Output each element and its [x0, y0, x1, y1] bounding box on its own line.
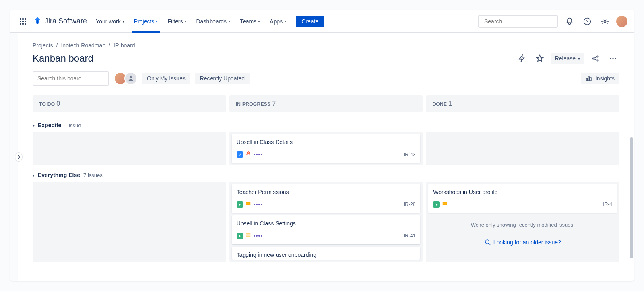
- svg-point-4: [604, 20, 606, 22]
- swimlane-header-everything-else[interactable]: ▾ Everything Else 7 issues: [33, 169, 619, 182]
- swimlane-cell-inprogress[interactable]: Upsell in Class Details IR-43: [229, 132, 423, 165]
- board-search[interactable]: [33, 71, 109, 86]
- settings-icon[interactable]: [599, 15, 611, 28]
- issue-card[interactable]: Workshops in User profile IR-4: [428, 184, 617, 213]
- breadcrumb: Projects / Inotech Roadmap / IR board: [33, 42, 619, 49]
- chevron-down-icon[interactable]: ▾: [33, 123, 35, 128]
- recently-updated-filter[interactable]: Recently Updated: [195, 73, 250, 84]
- notifications-icon[interactable]: [563, 15, 576, 28]
- breadcrumb-projects[interactable]: Projects: [33, 42, 53, 49]
- swimlane-cell-done[interactable]: [426, 132, 619, 165]
- chevron-down-icon: ▾: [122, 19, 124, 23]
- help-icon[interactable]: ?: [581, 15, 594, 28]
- column-header-done: DONE1: [426, 95, 619, 112]
- assignee-filter[interactable]: [114, 72, 137, 85]
- column-header-inprogress: IN PROGRESS7: [229, 95, 423, 112]
- svg-rect-21: [246, 204, 250, 205]
- svg-rect-27: [443, 204, 447, 205]
- swimlane-cell-inprogress[interactable]: Teacher Permissions IR-28 Upsell in Clas…: [229, 182, 423, 262]
- chevron-down-icon[interactable]: ▾: [33, 173, 35, 177]
- svg-rect-23: [246, 235, 250, 235]
- jira-logo[interactable]: Jira Software: [33, 17, 87, 26]
- issue-card[interactable]: Teacher Permissions IR-28: [232, 184, 421, 213]
- unassigned-avatar[interactable]: [124, 72, 137, 85]
- insights-button[interactable]: Insights: [581, 73, 619, 84]
- svg-point-10: [610, 58, 611, 59]
- svg-rect-18: [590, 78, 591, 81]
- svg-point-6: [597, 56, 598, 57]
- svg-rect-25: [443, 202, 447, 203]
- issue-key: IR-4: [603, 202, 612, 207]
- only-my-issues-filter[interactable]: Only My Issues: [142, 73, 190, 84]
- swimlane-header-expedite[interactable]: ▾ Expedite 1 issue: [33, 119, 619, 132]
- nav-projects[interactable]: Projects▾: [130, 15, 162, 28]
- medium-priority-icon: [246, 232, 251, 239]
- progress-dots: [254, 235, 262, 237]
- svg-line-29: [489, 243, 490, 245]
- svg-rect-22: [246, 234, 250, 235]
- create-button[interactable]: Create: [296, 16, 324, 27]
- share-icon[interactable]: [589, 52, 602, 65]
- nav-apps[interactable]: Apps▾: [266, 15, 290, 28]
- breadcrumb-project-name[interactable]: Inotech Roadmap: [61, 42, 105, 49]
- issue-card[interactable]: Upsell in Class Details IR-43: [232, 134, 421, 163]
- svg-rect-24: [246, 236, 250, 237]
- swimlane-cell-done[interactable]: Workshops in User profile IR-4 We're onl…: [426, 182, 619, 262]
- search-input[interactable]: [484, 18, 555, 25]
- chevron-down-icon: ▾: [258, 19, 260, 23]
- search-icon: [485, 239, 491, 246]
- done-placeholder-message: We're only showing recently modified iss…: [428, 215, 617, 234]
- story-icon: [433, 201, 440, 208]
- svg-point-7: [597, 60, 598, 61]
- global-search[interactable]: [478, 15, 558, 28]
- star-icon[interactable]: [533, 52, 546, 65]
- jira-logo-icon: [33, 17, 42, 26]
- issue-key: IR-28: [404, 202, 415, 207]
- swimlane-cell-todo[interactable]: [33, 132, 226, 165]
- highest-priority-icon: [246, 151, 251, 158]
- medium-priority-icon: [442, 201, 448, 208]
- story-icon: [237, 201, 243, 208]
- chevron-down-icon: ▾: [156, 19, 158, 23]
- chevron-down-icon: ▾: [228, 19, 230, 23]
- top-navigation: Jira Software Your work▾ Projects▾ Filte…: [10, 10, 634, 33]
- board-search-input[interactable]: [37, 75, 108, 82]
- person-icon: [128, 75, 134, 82]
- automation-icon[interactable]: [516, 52, 528, 65]
- sidebar-expand-button[interactable]: [15, 152, 23, 162]
- board-title: Kanban board: [33, 53, 93, 64]
- profile-avatar[interactable]: [616, 16, 627, 27]
- older-issue-link[interactable]: Looking for an older issue?: [428, 237, 617, 248]
- nav-dashboards[interactable]: Dashboards▾: [192, 15, 235, 28]
- chevron-down-icon: ▾: [284, 19, 286, 23]
- svg-line-9: [594, 59, 597, 60]
- nav-filters[interactable]: Filters▾: [163, 15, 190, 28]
- app-switcher-icon[interactable]: [17, 15, 29, 28]
- release-button[interactable]: Release ▾: [551, 53, 584, 64]
- task-icon: [237, 151, 243, 158]
- svg-rect-26: [443, 203, 447, 204]
- issue-card[interactable]: Tagging in new user onboarding: [232, 247, 421, 260]
- svg-rect-19: [246, 202, 250, 203]
- more-icon[interactable]: [607, 52, 619, 65]
- svg-line-8: [594, 57, 597, 58]
- chevron-right-icon: [17, 155, 21, 159]
- vertical-scrollbar[interactable]: [630, 137, 633, 258]
- svg-rect-16: [586, 78, 588, 81]
- issue-key: IR-43: [404, 152, 415, 157]
- sidebar-rail: [10, 33, 18, 281]
- insights-icon: [586, 75, 592, 82]
- story-icon: [237, 233, 243, 239]
- column-header-todo: TO DO0: [33, 95, 226, 112]
- progress-dots: [254, 204, 262, 205]
- svg-text:?: ?: [586, 19, 589, 24]
- svg-rect-20: [246, 203, 250, 204]
- swimlane-cell-todo[interactable]: [33, 182, 226, 262]
- breadcrumb-board[interactable]: IR board: [114, 42, 135, 49]
- nav-teams[interactable]: Teams▾: [236, 15, 264, 28]
- issue-key: IR-41: [404, 233, 415, 239]
- issue-card[interactable]: Upsell in Class Settings IR-41: [232, 215, 421, 244]
- progress-dots: [254, 154, 262, 155]
- svg-point-5: [592, 58, 594, 59]
- nav-your-work[interactable]: Your work▾: [92, 15, 128, 28]
